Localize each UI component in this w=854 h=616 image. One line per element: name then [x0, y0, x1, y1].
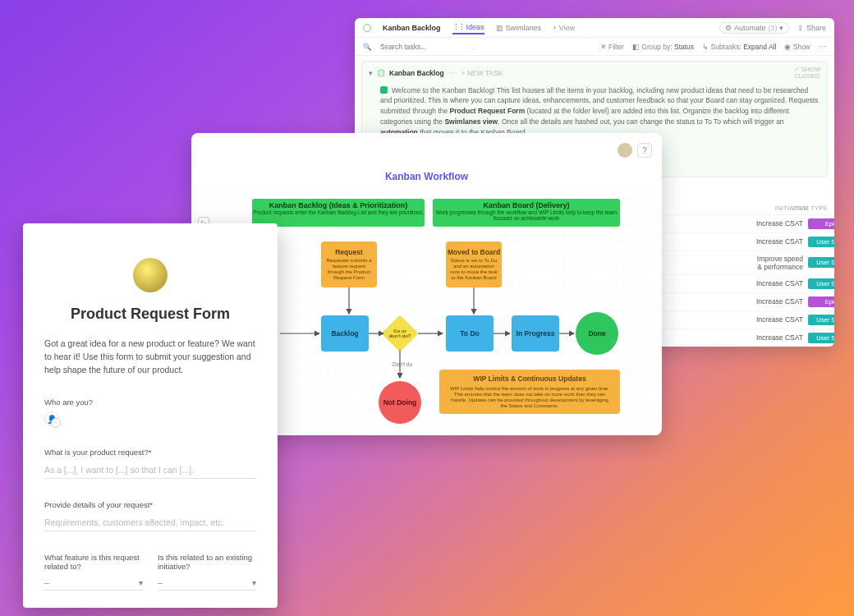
- initiative-select[interactable]: –▾: [158, 576, 256, 591]
- item-type-tag: User Story: [808, 237, 834, 247]
- label-dont-do: Don't do: [393, 361, 412, 367]
- robot-icon: ⚙: [725, 24, 732, 32]
- add-view-button[interactable]: + View: [553, 24, 575, 32]
- node-decision[interactable]: Go or don't do?: [381, 315, 418, 352]
- tab-swimlanes[interactable]: ▥ Swimlanes: [496, 24, 542, 32]
- lane-backlog[interactable]: Kanban Backlog (Ideas & Prioritization) …: [252, 199, 425, 227]
- automate-button[interactable]: ⚙ Automate (3) ▾: [719, 22, 790, 34]
- node-todo[interactable]: To Do: [446, 315, 494, 352]
- filter-button[interactable]: ✕ Filter: [600, 43, 624, 51]
- cell-initiative: Increase CSAT: [751, 237, 808, 246]
- form-title: Product Request Form: [44, 306, 256, 323]
- node-moved[interactable]: Moved to Board Status is set to To Do an…: [446, 241, 502, 287]
- initiative-label: Is this related to an existing initiativ…: [158, 553, 256, 571]
- node-request[interactable]: Request Requester submits a feature requ…: [321, 241, 377, 287]
- feature-label: What feature is this request related to?: [44, 553, 143, 571]
- chevron-down-icon: ▾: [252, 578, 256, 587]
- share-button[interactable]: ⇪ Share: [797, 24, 826, 32]
- cell-initiative: Increase CSAT: [751, 333, 808, 342]
- checkbox-icon: [380, 86, 388, 94]
- node-done[interactable]: Done: [576, 312, 618, 355]
- swimlanes-icon: ▥: [496, 24, 503, 32]
- chevron-down-icon: ▾: [779, 24, 783, 32]
- details-input[interactable]: [44, 514, 256, 531]
- item-type-tag: User Story: [808, 315, 834, 325]
- new-task-button[interactable]: + NEW TASK: [461, 69, 503, 77]
- feature-select[interactable]: –▾: [44, 576, 143, 591]
- list-icon: ⋮⋮: [452, 23, 464, 31]
- cell-initiative: Increase CSAT: [751, 279, 808, 287]
- lane-board[interactable]: Kanban Board (Delivery) Work progresses …: [433, 199, 620, 227]
- backlog-toolbar: 🔍 … ✕ Filter ◧ Group by: Status ↳ Subtas…: [355, 38, 834, 56]
- cell-initiative: Improve speed & performance: [751, 255, 808, 271]
- cell-initiative: Increase CSAT: [751, 315, 808, 324]
- cell-initiative: Increase CSAT: [751, 297, 808, 306]
- more-menu-icon[interactable]: ⋯: [819, 43, 826, 51]
- section-title: Kanban Backlog: [389, 69, 444, 77]
- backlog-title: Kanban Backlog: [383, 24, 441, 32]
- item-type-tag: User Story: [808, 278, 834, 289]
- share-icon: ⇪: [797, 24, 804, 32]
- search-icon: 🔍: [363, 43, 372, 51]
- help-icon[interactable]: ?: [637, 143, 652, 158]
- more-icon[interactable]: …: [471, 43, 478, 51]
- show-button[interactable]: ◉ Show: [784, 43, 810, 51]
- chevron-down-icon: ▾: [139, 578, 143, 587]
- group-by-button[interactable]: ◧ Group by: Status: [632, 43, 694, 51]
- collapse-icon[interactable]: ▾: [369, 69, 373, 77]
- node-wip[interactable]: WIP Limits & Continuous Updates WIP Limi…: [439, 370, 620, 414]
- form-description: Got a great idea for a new product or fe…: [44, 338, 256, 376]
- request-form: Product Request Form Got a great idea fo…: [23, 223, 278, 608]
- who-label: Who are you?: [44, 398, 256, 407]
- form-avatar: [133, 258, 168, 292]
- show-closed-toggle[interactable]: ✓ SHOW CLOSED: [794, 67, 820, 80]
- details-label: Provide details of your request*: [44, 500, 256, 509]
- backlog-tabbar: Kanban Backlog ⋮⋮ Ideas ▥ Swimlanes + Vi…: [355, 18, 834, 38]
- item-type-tag: Epic: [808, 297, 834, 307]
- node-not-doing[interactable]: Not Doing: [379, 381, 421, 424]
- item-type-tag: Epic: [808, 218, 834, 229]
- avatar[interactable]: [618, 143, 632, 158]
- request-label: What is your product request?*: [44, 448, 256, 457]
- item-type-tag: User Story: [808, 257, 834, 268]
- tab-ideas[interactable]: ⋮⋮ Ideas: [452, 23, 484, 34]
- search-input[interactable]: [380, 43, 462, 51]
- add-person-icon[interactable]: 👤: [44, 411, 59, 426]
- status-square-icon: [378, 70, 384, 76]
- request-input[interactable]: [44, 462, 256, 479]
- workflow-title: Kanban Workflow: [191, 133, 662, 182]
- cell-initiative: Increase CSAT: [751, 219, 808, 228]
- subtasks-button[interactable]: ↳ Subtasks: Expand All: [702, 43, 776, 51]
- node-backlog[interactable]: Backlog: [321, 315, 369, 352]
- col-item-type[interactable]: ITEM TYPE: [793, 205, 828, 212]
- status-circle-icon: [363, 24, 371, 32]
- item-type-tag: User Story: [808, 333, 834, 343]
- node-in-progress[interactable]: In Progress: [512, 315, 559, 352]
